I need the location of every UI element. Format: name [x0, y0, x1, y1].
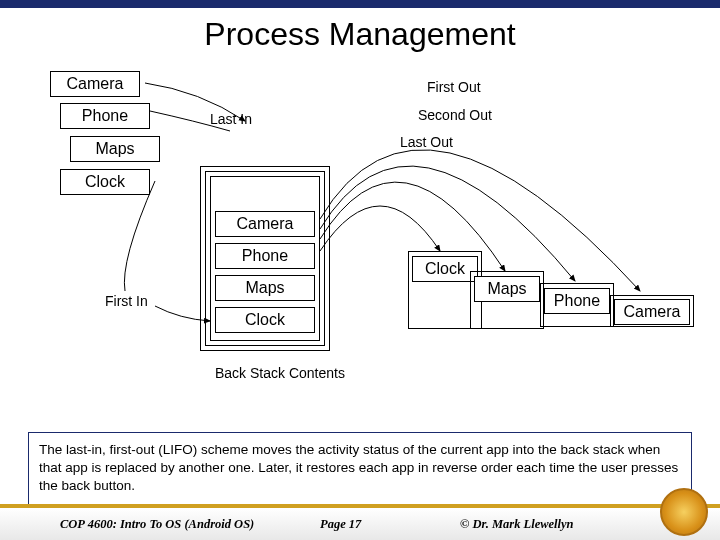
caption-box: The last-in, first-out (LIFO) scheme mov… [28, 432, 692, 505]
ucf-logo-icon [660, 488, 708, 536]
out-clock: Clock [412, 256, 478, 282]
footer: COP 4600: Intro To OS (Android OS) Page … [0, 504, 720, 540]
label-last-in: Last In [210, 111, 252, 127]
out-camera: Camera [614, 299, 690, 325]
label-last-out: Last Out [400, 134, 453, 150]
out-maps: Maps [474, 276, 540, 302]
app-camera: Camera [50, 71, 140, 97]
out-phone: Phone [544, 288, 610, 314]
app-maps: Maps [70, 136, 160, 162]
footer-author: © Dr. Mark Llewellyn [460, 517, 574, 532]
stack-item-camera: Camera [215, 211, 315, 237]
label-second-out: Second Out [418, 107, 492, 123]
label-first-out: First Out [427, 79, 481, 95]
label-first-in: First In [105, 293, 148, 309]
slide-title: Process Management [0, 16, 720, 53]
footer-course: COP 4600: Intro To OS (Android OS) [60, 517, 254, 532]
stack-caption: Back Stack Contents [215, 365, 345, 381]
stack-item-phone: Phone [215, 243, 315, 269]
stack-item-maps: Maps [215, 275, 315, 301]
app-clock: Clock [60, 169, 150, 195]
stack-item-clock: Clock [215, 307, 315, 333]
app-phone: Phone [60, 103, 150, 129]
footer-page: Page 17 [320, 517, 361, 532]
lifo-diagram: Camera Phone Maps Clock Last In First In… [0, 61, 720, 431]
top-bar [0, 0, 720, 8]
caption-text: The last-in, first-out (LIFO) scheme mov… [39, 442, 678, 493]
slide: Process Management Camera Phone Maps Clo… [0, 0, 720, 540]
